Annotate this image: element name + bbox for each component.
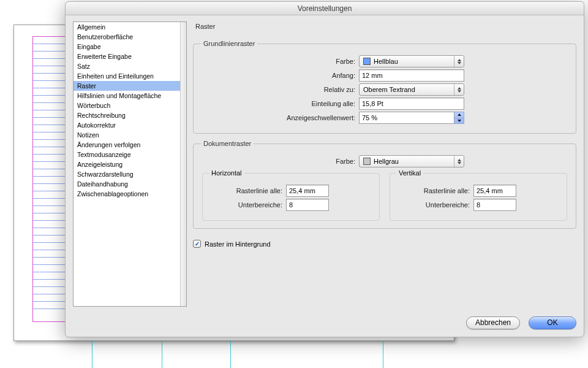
sidebar-item[interactable]: Autokorrektur <box>74 120 180 130</box>
sidebar-item[interactable]: Dateihandhabung <box>74 179 180 189</box>
document-grid-group: Dokumentraster Farbe: Hellgrau Horizonta… <box>193 140 576 229</box>
sidebar-item[interactable]: Raster <box>74 81 180 91</box>
label-relative: Relativ zu: <box>201 86 355 93</box>
sidebar-item[interactable]: Satz <box>74 61 180 71</box>
sidebar-item[interactable]: Schwarzdarstellung <box>74 169 180 179</box>
baseline-grid-legend: Grundlinienraster <box>201 40 257 47</box>
category-sidebar: AllgemeinBenutzeroberflächeEingabeErweit… <box>73 21 187 307</box>
v-subdiv-input[interactable] <box>473 199 516 211</box>
select-stepper-icon <box>454 84 464 95</box>
dialog-title: Voreinstellungen <box>66 2 584 15</box>
select-stepper-icon <box>454 56 464 67</box>
guide-line <box>162 340 162 368</box>
sidebar-item[interactable]: Notizen <box>74 130 180 140</box>
sidebar-item[interactable]: Textmodusanzeige <box>74 150 180 159</box>
label-color: Farbe: <box>201 58 355 65</box>
sidebar-item[interactable]: Wörterbuch <box>74 101 180 110</box>
baseline-increment-input[interactable] <box>359 98 464 110</box>
sidebar-item[interactable]: Einheiten und Einteilungen <box>74 71 180 81</box>
sidebar-item[interactable]: Zwischenablageoptionen <box>74 189 180 199</box>
h-gridline-input[interactable] <box>286 185 329 197</box>
baseline-threshold-stepper[interactable] <box>359 112 464 124</box>
sidebar-item[interactable]: Rechtschreibung <box>74 110 180 120</box>
guide-line <box>230 340 231 368</box>
v-gridline-input[interactable] <box>473 185 516 197</box>
sidebar-scrollbar[interactable] <box>180 22 186 306</box>
stepper-buttons-icon[interactable] <box>454 112 464 124</box>
panel-title: Raster <box>193 21 576 34</box>
guide-line <box>92 340 92 368</box>
baseline-relative-select[interactable]: Oberem Textrand <box>359 83 464 96</box>
preferences-dialog: Voreinstellungen AllgemeinBenutzeroberfl… <box>65 1 584 337</box>
grids-in-back-checkbox[interactable]: ✓ <box>193 240 201 248</box>
baseline-relative-value: Oberem Textrand <box>363 86 415 93</box>
baseline-color-value: Hellblau <box>374 58 398 65</box>
label-start: Anfang: <box>201 72 355 79</box>
color-swatch-icon <box>363 158 371 165</box>
baseline-start-input[interactable] <box>359 69 464 82</box>
sidebar-item[interactable]: Erweiterte Eingabe <box>74 52 180 61</box>
label-h-gridline: Rasterlinie alle: <box>209 187 282 194</box>
sidebar-item[interactable]: Anzeigeleistung <box>74 159 180 169</box>
sidebar-item[interactable]: Eingabe <box>74 42 180 52</box>
label-v-gridline: Rasterlinie alle: <box>396 187 470 194</box>
cancel-button[interactable]: Abbrechen <box>466 316 520 329</box>
document-grid-legend: Dokumentraster <box>201 140 254 147</box>
baseline-threshold-input[interactable] <box>359 112 454 124</box>
docgrid-color-value: Hellgrau <box>374 158 399 165</box>
label-docgrid-color: Farbe: <box>201 158 355 165</box>
vertical-legend: Vertikal <box>396 169 423 177</box>
label-h-subdiv: Unterbereiche: <box>209 201 282 209</box>
h-subdiv-input[interactable] <box>286 199 329 211</box>
baseline-color-select[interactable]: Hellblau <box>359 55 464 67</box>
sidebar-item[interactable]: Benutzeroberfläche <box>74 32 180 42</box>
horizontal-subgroup: Horizontal Rasterlinie alle: Unterbereic… <box>202 169 380 221</box>
label-increment: Einteilung alle: <box>201 100 355 107</box>
sidebar-item[interactable]: Änderungen verfolgen <box>74 140 180 150</box>
docgrid-color-select[interactable]: Hellgrau <box>359 155 464 167</box>
label-threshold: Anzeigeschwellenwert: <box>201 114 355 121</box>
select-stepper-icon <box>454 156 464 167</box>
guide-line <box>383 340 383 368</box>
grids-in-back-label: Raster im Hintergrund <box>205 240 271 248</box>
color-swatch-icon <box>363 58 371 65</box>
vertical-subgroup: Vertikal Rasterlinie alle: Unterbereiche… <box>390 169 567 221</box>
label-v-subdiv: Unterbereiche: <box>396 201 470 209</box>
baseline-grid-group: Grundlinienraster Farbe: Hellblau Anfang… <box>193 40 576 134</box>
sidebar-item[interactable]: Hilfslinien und Montagefläche <box>74 91 180 101</box>
sidebar-item[interactable]: Allgemein <box>74 22 180 32</box>
horizontal-legend: Horizontal <box>209 169 244 177</box>
ok-button[interactable]: OK <box>529 316 576 329</box>
